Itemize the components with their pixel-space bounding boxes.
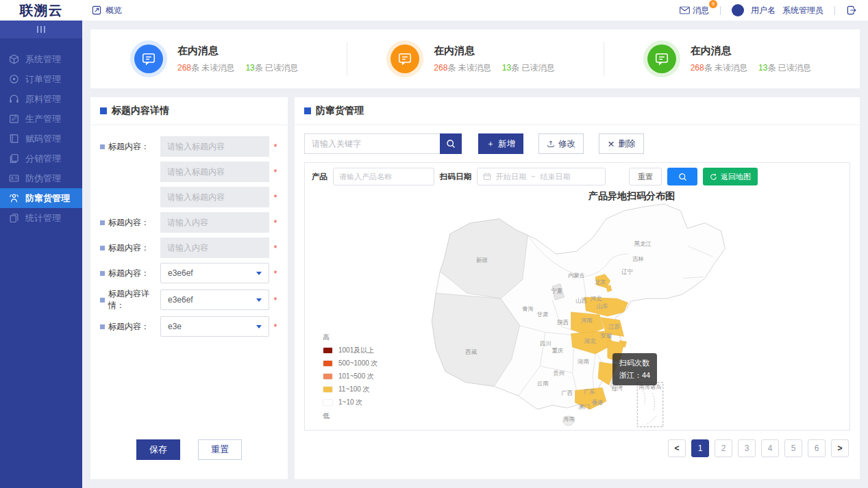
page-button-6[interactable]: 6 (808, 439, 826, 457)
title-content-input-3[interactable] (160, 187, 269, 207)
china-map[interactable]: 产品异地扫码分布图 (305, 190, 850, 430)
title-content-select-2[interactable]: e3e6ef (160, 290, 269, 310)
message-card-green: 在内消息 268条 未读消息13条 已读消息 (604, 29, 860, 88)
breadcrumb[interactable]: 概览 (92, 5, 122, 16)
svg-text:云南: 云南 (537, 380, 549, 387)
keyword-search-input[interactable] (304, 133, 440, 154)
book-icon (9, 133, 19, 144)
required-mark: * (273, 192, 278, 203)
map-legend: 高 1001及以上 500~1000 次 101~500 次 11~100 次 … (323, 333, 378, 421)
search-icon (446, 139, 456, 149)
sidebar-item-anticounterfeit[interactable]: 防伪管理 (0, 168, 82, 188)
svg-text:西藏: 西藏 (465, 348, 477, 355)
title-content-input-2[interactable] (160, 162, 269, 182)
legend-swatch (323, 373, 333, 380)
page-button-1[interactable]: 1 (691, 439, 709, 457)
calendar-icon (483, 172, 491, 181)
sidebar-item-orders[interactable]: 订单管理 (0, 69, 82, 89)
prev-page-button[interactable]: < (668, 439, 686, 457)
next-page-button[interactable]: > (831, 439, 849, 457)
sidebar-item-materials[interactable]: 原料管理 (0, 89, 82, 109)
required-mark: * (273, 268, 278, 279)
form-row: 标题内容： * (100, 136, 278, 157)
sidebar-collapse-button[interactable] (0, 21, 82, 38)
svg-text:贵州: 贵州 (552, 370, 565, 376)
required-mark: * (273, 218, 278, 228)
form-panel-title: 标题内容详情 (112, 105, 169, 117)
page-button-2[interactable]: 2 (715, 439, 732, 457)
edit-button[interactable]: 修改 (538, 133, 584, 154)
id-card-icon (9, 173, 19, 183)
search-button[interactable] (440, 133, 462, 154)
form-row: 标题内容： * (100, 237, 278, 258)
chevron-down-icon (256, 325, 262, 329)
form-row: 标题内容详情： e3e6ef * (100, 288, 278, 311)
add-button[interactable]: ＋新增 (478, 133, 523, 154)
sidebar-item-statistics[interactable]: 统计管理 (0, 208, 82, 228)
plus-icon: ＋ (486, 138, 495, 150)
summary-cards: 在内消息 268条 未读消息13条 已读消息 在内消息 268条 未读消息13条… (90, 29, 860, 88)
svg-text:海南: 海南 (563, 415, 575, 422)
form-row: * (100, 187, 278, 207)
messages-button[interactable]: 消息 9 (680, 5, 709, 16)
sidebar-item-system[interactable]: 系统管理 (0, 49, 82, 69)
svg-text:安徽: 安徽 (601, 332, 612, 339)
svg-text:广西: 广西 (561, 389, 573, 396)
x-icon: ✕ (608, 139, 615, 149)
svg-text:澳门: 澳门 (578, 403, 590, 410)
legend-swatch (323, 360, 333, 367)
scan-date-label: 扫码日期 (440, 172, 471, 182)
content-input-4[interactable] (160, 212, 269, 233)
date-end-placeholder: 结束日期 (540, 172, 570, 182)
avatar[interactable] (732, 4, 744, 16)
form-row: 标题内容： * (100, 212, 278, 233)
required-mark: * (273, 142, 278, 152)
sidebar-item-coding[interactable]: 赋码管理 (0, 129, 82, 149)
title-content-select-3[interactable]: e3e (160, 316, 269, 337)
upload-icon (547, 140, 555, 148)
svg-text:内蒙古: 内蒙古 (568, 272, 585, 279)
app-window: 联溯云 概览 消息 9 用户名 系统管理员 (0, 0, 868, 488)
antifleeing-panel: 防窜货管理 ＋新增 修改 ✕删除 产品 扫码日期 (295, 97, 860, 479)
svg-text:黑龙江: 黑龙江 (634, 240, 652, 247)
svg-text:山东: 山东 (597, 303, 608, 309)
title-content-select-1[interactable]: e3e6ef (160, 263, 269, 283)
page-button-5[interactable]: 5 (784, 439, 802, 457)
mail-icon (680, 6, 690, 14)
return-map-button[interactable]: 返回地图 (703, 168, 758, 185)
filter-search-button[interactable] (667, 168, 697, 185)
svg-text:南海诸岛: 南海诸岛 (638, 383, 662, 390)
title-content-input-1[interactable] (160, 136, 269, 157)
page-button-4[interactable]: 4 (761, 439, 779, 457)
card-title: 在内消息 (177, 44, 298, 57)
divider (720, 6, 721, 15)
svg-text:重庆: 重庆 (552, 347, 564, 354)
svg-text:四川: 四川 (540, 340, 551, 347)
filter-reset-button[interactable]: 重置 (629, 168, 662, 185)
svg-text:山西: 山西 (575, 297, 587, 304)
page-button-3[interactable]: 3 (738, 439, 756, 457)
required-mark: * (273, 243, 278, 253)
message-card-orange: 在内消息 268条 未读消息13条 已读消息 (347, 29, 603, 88)
refresh-icon (710, 173, 717, 181)
title-bullet (304, 107, 311, 114)
svg-text:河南: 河南 (581, 317, 593, 324)
reset-button[interactable]: 重置 (198, 439, 242, 460)
legend-swatch (323, 347, 333, 354)
sidebar-item-distribution[interactable]: 分销管理 (0, 149, 82, 168)
form-row: * (100, 162, 278, 182)
date-range-picker[interactable]: 开始日期 ~ 结束日期 (477, 168, 606, 185)
sidebar-item-production[interactable]: 生产管理 (0, 109, 82, 129)
overview-icon (92, 5, 101, 15)
logout-icon[interactable] (846, 5, 857, 16)
delete-button[interactable]: ✕删除 (599, 133, 644, 154)
save-button[interactable]: 保存 (136, 439, 180, 460)
svg-text:甘肃: 甘肃 (537, 311, 549, 318)
product-name-input[interactable] (333, 168, 434, 185)
svg-text:江苏: 江苏 (608, 323, 620, 330)
content-input-5[interactable] (160, 237, 269, 258)
sidebar-item-antifleeing[interactable]: 防窜货管理 (0, 188, 82, 208)
form-row: 标题内容： e3e6ef * (100, 263, 278, 283)
title-bullet (100, 107, 107, 114)
files-icon (9, 213, 19, 223)
